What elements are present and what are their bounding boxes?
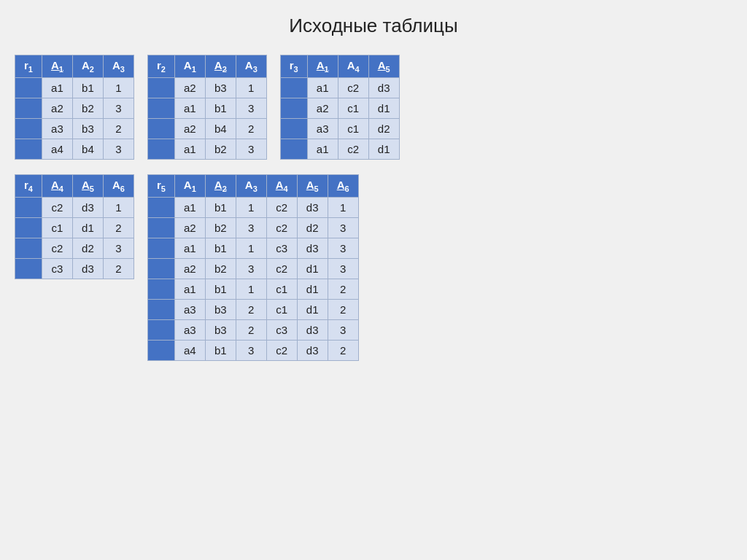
table5-header-a5: A5 (297, 175, 328, 198)
table4-header-r: r4 (15, 175, 42, 198)
table1-header-a1: A1 (42, 55, 72, 78)
top-tables-row: r1 A1 A2 A3 a1b11 a2b23 a3b32 a4b43 r2 A… (15, 55, 732, 160)
bottom-tables-row: r4 A4 A5 A6 c2d31 c1d12 c2d23 c3d32 r5 A… (15, 174, 732, 361)
table4-header-a4: A4 (42, 175, 72, 198)
table4-header-a6: A6 (103, 175, 133, 198)
table5-header-a4: A4 (266, 175, 297, 198)
table-row: a1b11c2d31 (147, 198, 358, 218)
table4-header-a5: A5 (72, 175, 103, 198)
table-row: a2b23c2d13 (147, 259, 358, 279)
table3-header-r: r3 (280, 55, 307, 78)
table-row: a1b11c1d12 (147, 279, 358, 300)
table2-header-a3: A3 (236, 55, 266, 78)
table-row: a1c2d3 (280, 78, 399, 98)
table-r1: r1 A1 A2 A3 a1b11 a2b23 a3b32 a4b43 (15, 55, 134, 160)
table-r5: r5 A1 A2 A3 A4 A5 A6 a1b11c2d31 a2b23c2d… (147, 174, 359, 361)
table1-header-a3: A3 (103, 55, 133, 78)
table-row: c2d23 (15, 238, 134, 259)
table-r3: r3 A1 A4 A5 a1c2d3 a2c1d1 a3c1d2 a1c2d1 (280, 55, 400, 160)
table-row: c2d31 (15, 198, 134, 218)
table-row: a2b23c2d23 (147, 218, 358, 238)
table5-header-a3: A3 (236, 175, 266, 198)
table-row: a3b32c3d33 (147, 320, 358, 341)
table1-header-a2: A2 (72, 55, 103, 78)
table-row: a1b11c3d33 (147, 238, 358, 259)
table-row: c1d12 (15, 218, 134, 238)
table-row: a1b23 (147, 139, 266, 160)
table-r2: r2 A1 A2 A3 a2b31 a1b13 a2b42 a1b23 (147, 55, 267, 160)
table2-header-a2: A2 (205, 55, 236, 78)
table-row: a1b11 (15, 78, 134, 98)
page-title: Исходные таблицы (15, 15, 732, 37)
table2-header-r: r2 (147, 55, 174, 78)
table-row: a4b43 (15, 139, 134, 160)
table-row: c3d32 (15, 259, 134, 279)
table5-header-a6: A6 (328, 175, 358, 198)
table2-header-a1: A1 (174, 55, 205, 78)
table-r4: r4 A4 A5 A6 c2d31 c1d12 c2d23 c3d32 (15, 174, 134, 279)
table-row: a2c1d1 (280, 98, 399, 119)
table-row: a3c1d2 (280, 119, 399, 139)
table3-header-a5: A5 (368, 55, 399, 78)
table-row: a2b31 (147, 78, 266, 98)
table-row: a1b13 (147, 98, 266, 119)
table-row: a3b32c1d12 (147, 300, 358, 320)
table3-header-a4: A4 (338, 55, 368, 78)
table5-header-a1: A1 (174, 175, 205, 198)
table-row: a2b42 (147, 119, 266, 139)
table5-header-r: r5 (147, 175, 174, 198)
table-row: a4b13c2d32 (147, 341, 358, 361)
table-row: a1c2d1 (280, 139, 399, 160)
table1-header-r: r1 (15, 55, 42, 78)
table-row: a3b32 (15, 119, 134, 139)
table5-header-a2: A2 (205, 175, 236, 198)
table3-header-a1: A1 (307, 55, 338, 78)
table-row: a2b23 (15, 98, 134, 119)
